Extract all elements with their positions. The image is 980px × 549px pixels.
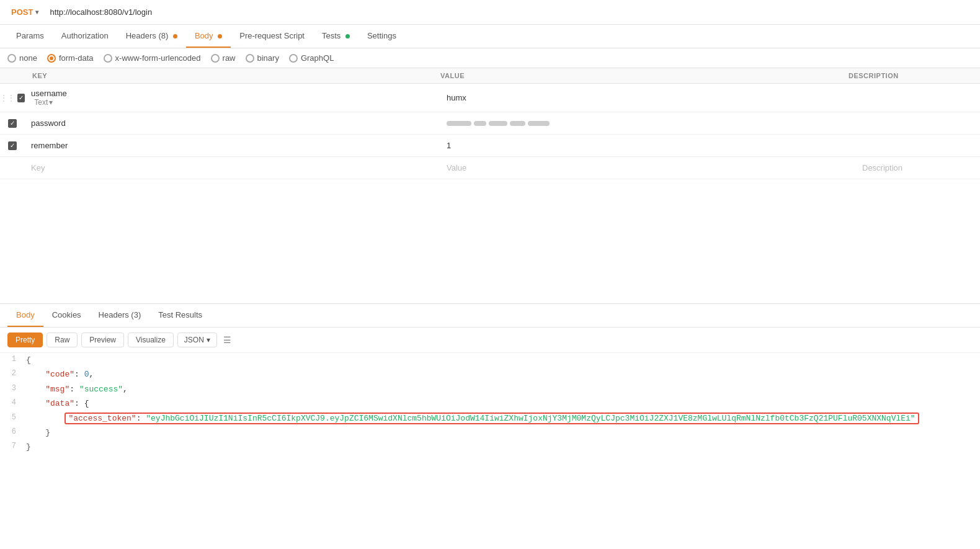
json-line-4: 4 "data": { bbox=[0, 396, 980, 411]
drag-icon: ⋮⋮ bbox=[0, 94, 15, 102]
tab-params[interactable]: Params bbox=[7, 25, 53, 48]
radio-graphql bbox=[289, 54, 298, 63]
option-form-data[interactable]: form-data bbox=[47, 53, 94, 63]
response-tab-body[interactable]: Body bbox=[7, 304, 43, 327]
url-input[interactable] bbox=[47, 5, 973, 19]
header-description: DESCRIPTION bbox=[849, 72, 973, 79]
row3-controls: ✓ bbox=[0, 136, 25, 155]
row2-controls: ✓ bbox=[0, 114, 25, 133]
tab-authorization[interactable]: Authorization bbox=[53, 25, 117, 48]
format-type-dropdown[interactable]: JSON ▾ bbox=[177, 333, 217, 347]
radio-urlencoded bbox=[104, 54, 112, 63]
radio-binary bbox=[246, 54, 254, 63]
row2-checkbox[interactable]: ✓ bbox=[8, 119, 17, 128]
table-row: ⋮⋮ ✓ username Text ▾ humx bbox=[0, 84, 980, 112]
filter-icon[interactable]: ☰ bbox=[223, 335, 231, 345]
header-check bbox=[7, 72, 32, 79]
table-row: ✓ password bbox=[0, 112, 980, 135]
row3-value[interactable]: 1 bbox=[440, 136, 856, 155]
row2-description[interactable] bbox=[856, 118, 980, 128]
format-visualize[interactable]: Visualize bbox=[128, 333, 174, 347]
tab-body[interactable]: Body bbox=[186, 25, 231, 48]
json-line-3: 3 "msg": "success", bbox=[0, 382, 980, 396]
method-selector[interactable]: POST ▾ bbox=[7, 5, 42, 19]
option-none[interactable]: none bbox=[7, 53, 37, 63]
row1-description[interactable] bbox=[856, 93, 980, 103]
empty-checkbox bbox=[0, 163, 25, 173]
json-line-2: 2 "code": 0, bbox=[0, 367, 980, 382]
response-tab-cookies[interactable]: Cookies bbox=[43, 304, 90, 327]
json-line-1: 1 { bbox=[0, 353, 980, 367]
request-body-spacer bbox=[0, 179, 980, 303]
empty-value[interactable]: Value bbox=[440, 158, 856, 177]
radio-raw bbox=[211, 54, 220, 63]
response-tab-headers[interactable]: Headers (3) bbox=[90, 304, 150, 327]
tab-headers[interactable]: Headers (8) bbox=[117, 25, 186, 48]
format-row: Pretty Raw Preview Visualize JSON ▾ ☰ bbox=[0, 328, 980, 353]
request-tabs: Params Authorization Headers (8) Body Pr… bbox=[0, 25, 980, 48]
tab-settings[interactable]: Settings bbox=[359, 25, 405, 48]
body-options: none form-data x-www-form-urlencoded raw… bbox=[0, 48, 980, 68]
type-chevron-icon: ▾ bbox=[49, 98, 53, 107]
empty-description[interactable]: Description bbox=[856, 158, 980, 177]
row3-checkbox[interactable]: ✓ bbox=[8, 141, 17, 150]
method-label: POST bbox=[11, 7, 33, 17]
radio-none bbox=[7, 54, 16, 63]
password-mask bbox=[447, 121, 850, 126]
option-raw[interactable]: raw bbox=[211, 53, 236, 63]
header-key: KEY bbox=[32, 72, 440, 79]
tab-pre-request[interactable]: Pre-request Script bbox=[231, 25, 313, 48]
row1-controls: ⋮⋮ ✓ bbox=[0, 89, 25, 107]
method-chevron-icon: ▾ bbox=[35, 9, 38, 16]
row2-value[interactable] bbox=[440, 116, 856, 131]
row3-key[interactable]: remember bbox=[25, 136, 440, 155]
row1-value[interactable]: humx bbox=[440, 88, 856, 107]
option-graphql[interactable]: GraphQL bbox=[289, 53, 334, 63]
json-line-5: 5 "access_token": "eyJhbGciOiJIUzI1NiIsI… bbox=[0, 411, 980, 426]
format-preview[interactable]: Preview bbox=[81, 333, 124, 347]
json-viewer: 1 { 2 "code": 0, 3 "msg": "success", 4 "… bbox=[0, 353, 980, 467]
response-tabs: Body Cookies Headers (3) Test Results bbox=[0, 304, 980, 328]
tab-tests[interactable]: Tests bbox=[313, 25, 359, 48]
empty-key[interactable]: Key bbox=[25, 158, 440, 177]
url-bar: POST ▾ bbox=[0, 0, 980, 25]
option-urlencoded[interactable]: x-www-form-urlencoded bbox=[104, 53, 201, 63]
json-line-7: 7 } bbox=[0, 440, 980, 454]
table-row-empty: Key Value Description bbox=[0, 157, 980, 179]
format-pretty[interactable]: Pretty bbox=[7, 333, 43, 347]
response-tab-test-results[interactable]: Test Results bbox=[149, 304, 211, 327]
tests-dot bbox=[345, 34, 350, 38]
row3-description[interactable] bbox=[856, 141, 980, 151]
headers-dot bbox=[173, 34, 177, 38]
row1-checkbox[interactable]: ✓ bbox=[17, 94, 25, 102]
body-dot bbox=[218, 34, 222, 38]
table-row: ✓ remember 1 bbox=[0, 135, 980, 157]
row2-key[interactable]: password bbox=[25, 114, 440, 133]
kv-table-header: KEY VALUE DESCRIPTION bbox=[0, 68, 980, 84]
radio-form-data bbox=[47, 54, 56, 63]
format-chevron-icon: ▾ bbox=[207, 336, 210, 344]
header-value: VALUE bbox=[440, 72, 849, 79]
format-raw[interactable]: Raw bbox=[47, 333, 78, 347]
option-binary[interactable]: binary bbox=[246, 53, 279, 63]
json-line-6: 6 } bbox=[0, 426, 980, 440]
type-badge[interactable]: Text ▾ bbox=[31, 98, 434, 107]
row1-key[interactable]: username Text ▾ bbox=[25, 84, 440, 112]
